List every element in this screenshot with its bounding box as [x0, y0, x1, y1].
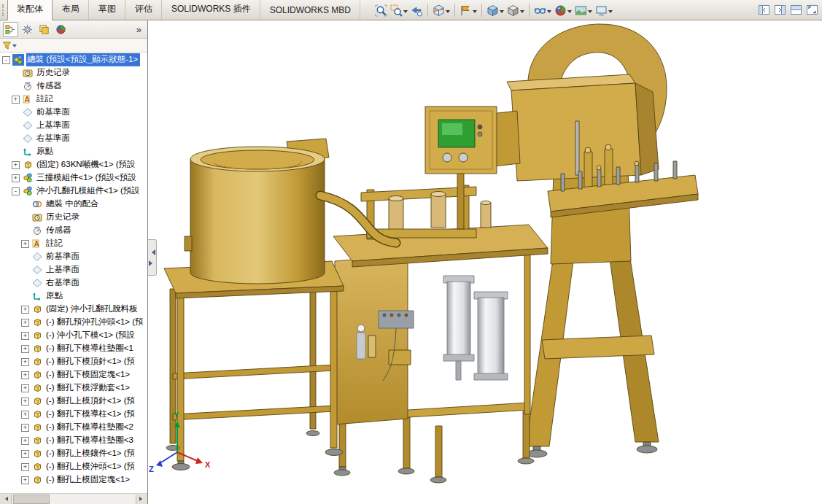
tree-item[interactable]: 历史记录 — [0, 66, 147, 80]
displaymanager-tab[interactable] — [53, 22, 69, 37]
apply-scene-button[interactable] — [573, 4, 594, 18]
panel-overflow-button[interactable]: » — [133, 24, 144, 35]
tree-item[interactable]: +(-) 翻孔下模導柱墊圈<3 — [0, 434, 147, 447]
tree-item[interactable]: +(-) 翻孔下模導柱<1> (預 — [0, 408, 147, 421]
tree-item[interactable]: -總裝 (預設<預設_顯示狀態-1> — [0, 53, 147, 66]
expand-toggle[interactable]: + — [21, 319, 29, 327]
tree-item-label: 註記 — [36, 93, 55, 106]
tree-item[interactable]: +(-) 翻孔上模鑲件<1> (預 — [0, 447, 147, 460]
toolbar-grip[interactable] — [2, 4, 6, 16]
tree-item[interactable]: +三撞模組件<1> (預設<預設 — [0, 171, 147, 185]
command-tab-3[interactable]: 草图 — [89, 0, 125, 20]
zoom-to-fit-button[interactable] — [373, 4, 389, 18]
tree-item[interactable]: +(-) 翻孔下模導柱墊圈<1 — [0, 342, 147, 355]
fullscreen-button[interactable] — [806, 4, 818, 16]
view-settings-button[interactable] — [594, 4, 614, 18]
tree-item[interactable]: 原點 — [0, 145, 147, 158]
expand-toggle[interactable]: + — [21, 411, 29, 419]
tree-item[interactable]: 传感器 — [0, 80, 147, 93]
indent-spacer — [0, 257, 19, 257]
scrollbar-thumb[interactable] — [13, 495, 50, 504]
expand-toggle[interactable]: + — [21, 398, 29, 406]
expand-toggle[interactable]: + — [21, 240, 29, 248]
hopper-feeder[interactable] — [164, 139, 344, 470]
command-tab-1[interactable]: 装配体 — [7, 0, 53, 20]
command-tab-2[interactable]: 布局 — [53, 0, 89, 20]
hide-show-items-button[interactable] — [532, 4, 553, 18]
tree-item[interactable]: +(-) 翻孔上模頂針<1> (預 — [0, 395, 147, 408]
zoom-to-area-button[interactable] — [389, 4, 409, 18]
tree-item[interactable]: +A註記 — [0, 93, 147, 106]
collapse-panel-icon — [149, 249, 155, 255]
tree-item[interactable]: +(-) 翻孔預沖孔沖頭<1> (預 — [0, 316, 147, 329]
expand-toggle[interactable]: + — [21, 463, 29, 471]
tree-item[interactable]: +(-) 沖小孔下模<1> (預設 — [0, 329, 147, 342]
expand-toggle[interactable]: + — [12, 161, 20, 169]
tree-item[interactable]: +(固定) 63KN噸機<1> (預設 — [0, 158, 147, 171]
tree-item[interactable]: 總裝 中的配合 — [0, 198, 147, 211]
toolbar-separator — [454, 4, 455, 17]
part-icon — [31, 395, 43, 407]
tree-item[interactable]: 原點 — [0, 290, 147, 303]
expand-toggle[interactable]: + — [12, 96, 20, 104]
tree-horizontal-scrollbar[interactable] — [0, 493, 147, 504]
expand-toggle[interactable]: + — [21, 476, 29, 484]
expand-toggle[interactable]: + — [21, 437, 29, 445]
tree-item[interactable]: 上基準面 — [0, 263, 147, 276]
tree-item[interactable]: 右基準面 — [0, 276, 147, 290]
part-icon — [31, 435, 43, 446]
tree-item-label: 原點 — [45, 290, 65, 303]
tree-item[interactable]: +(固定) 沖小孔翻孔脫料板 — [0, 303, 147, 316]
tree-item[interactable]: +A註記 — [0, 237, 147, 250]
scroll-left-button[interactable] — [0, 495, 12, 504]
tree-item[interactable]: -沖小孔翻孔模組件<1> (預設 — [0, 185, 147, 198]
tree-item[interactable]: 前基準面 — [0, 106, 147, 119]
collapse-right-pane-button[interactable] — [774, 4, 786, 16]
collapse-left-pane-button[interactable] — [758, 4, 770, 16]
dynamic-annotation-button[interactable] — [458, 4, 478, 18]
tree-item[interactable]: +(-) 翻孔上模固定塊<1> — [0, 473, 147, 486]
panel-splitter[interactable] — [148, 239, 157, 276]
section-view-button[interactable] — [431, 4, 451, 18]
expand-toggle[interactable]: + — [21, 424, 29, 432]
expand-toggle[interactable]: - — [12, 187, 20, 195]
filter-button[interactable] — [2, 41, 17, 50]
tree-item[interactable]: 右基準面 — [0, 132, 147, 145]
viewport-3d[interactable]: Y X Z — [148, 20, 822, 504]
scroll-right-button[interactable] — [136, 495, 147, 504]
expand-toggle[interactable]: + — [21, 384, 29, 392]
command-tab-5[interactable]: SOLIDWORKS 插件 — [162, 0, 260, 20]
tree-item[interactable]: +(-) 翻孔下模導柱墊圈<2 — [0, 421, 147, 434]
view-orientation-button[interactable] — [485, 4, 505, 18]
tree-item[interactable]: 前基準面 — [0, 250, 147, 263]
expand-toggle[interactable]: + — [21, 358, 29, 366]
tree-item[interactable]: 历史记录 — [0, 211, 147, 224]
display-style-button[interactable] — [505, 4, 526, 18]
tree-item[interactable]: +(-) 翻孔下模固定塊<1> — [0, 368, 147, 381]
part-icon — [31, 369, 43, 381]
edit-appearance-button[interactable] — [553, 4, 573, 18]
zoom-previous-button[interactable] — [409, 4, 424, 18]
featuremanager-tab[interactable] — [3, 22, 18, 37]
command-tab-6[interactable]: SOLIDWORKS MBD — [260, 1, 360, 20]
expand-toggle[interactable]: + — [21, 371, 29, 379]
command-tab-4[interactable]: 评估 — [125, 0, 162, 20]
expand-toggle[interactable]: + — [21, 332, 29, 340]
configurationmanager-tab[interactable] — [36, 22, 52, 37]
tree-item[interactable]: +(-) 翻孔下模浮動套<1> — [0, 381, 147, 395]
split-view-button[interactable] — [790, 4, 802, 16]
expand-toggle[interactable]: + — [12, 174, 20, 182]
tree-item[interactable]: 上基準面 — [0, 119, 147, 132]
expand-toggle[interactable]: + — [21, 306, 29, 314]
tree-item-label: 右基準面 — [36, 132, 72, 145]
expand-toggle[interactable]: + — [21, 450, 29, 458]
expand-toggle[interactable]: - — [2, 56, 10, 64]
origin-icon — [22, 146, 34, 158]
assembly-model[interactable]: Y X Z — [148, 20, 822, 504]
tree-item[interactable]: +(-) 翻孔上模沖頭<1> (預 — [0, 460, 147, 473]
apply-scene-icon — [575, 4, 587, 17]
tree-item[interactable]: +(-) 翻孔下模頂針<1> (預 — [0, 355, 147, 368]
propertymanager-tab[interactable] — [20, 22, 35, 37]
tree-item[interactable]: 传感器 — [0, 224, 147, 237]
expand-toggle[interactable]: + — [21, 345, 29, 353]
